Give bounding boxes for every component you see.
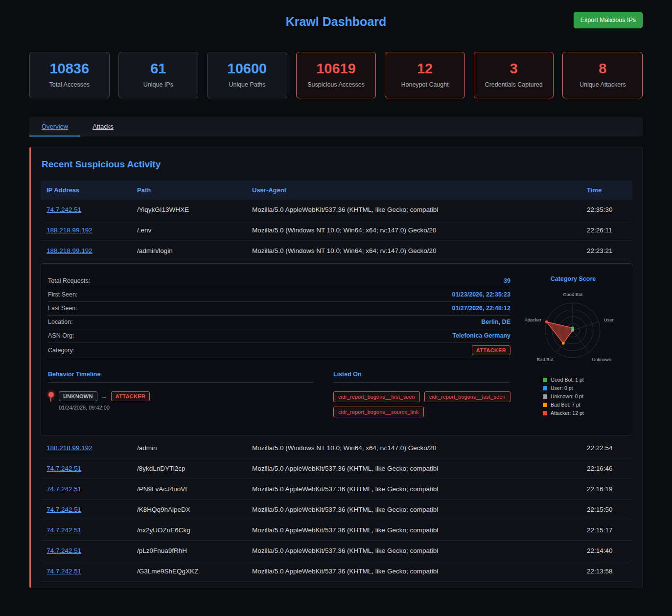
radar-chart: Good BotUserUnknownBad BotAttacker [521,285,624,369]
panel-title: Recent Suspicious Activity [42,159,631,170]
activity-table-row[interactable]: 188.218.99.192 /.env Mozilla/5.0 (Window… [41,220,632,241]
user-agent-cell: Mozilla/5.0 AppleWebKit/537.36 (KHTML, l… [246,200,581,220]
svg-text:Attacker: Attacker [524,317,541,322]
ip-link[interactable]: 188.218.99.192 [46,444,93,452]
legend-swatch-icon [543,386,547,390]
header: Krawl Dashboard Export Malicious IPs [29,11,643,36]
legend-item: Attacker: 12 pt [543,410,625,416]
tab-attacks[interactable]: Attacks [80,117,126,137]
activity-table-row[interactable]: 74.7.242.51 /pLz0Fnua9fRhH Mozilla/5.0 A… [41,541,632,561]
tab-bar: Overview Attacks [29,117,643,137]
col-header-ua: User-Agent [246,181,581,200]
ip-link[interactable]: 74.7.242.51 [46,526,81,534]
stat-label: Unique Attackers [566,81,639,88]
activity-table-head: IP Address Path User-Agent Time [41,181,632,200]
stat-card: 8 Unique Attackers [562,52,643,98]
detail-field-row: ASN Org: Telefonica Germany [48,329,510,343]
path-cell: /nx2yUOZuE6Ckg [131,520,246,541]
stat-label: Honeypot Caught [388,81,462,88]
blocklist-badge: cidr_report_bogons__first_seen [333,391,420,402]
stat-label: Unique IPs [122,81,195,88]
col-header-path: Path [131,181,246,200]
activity-table-row[interactable]: 74.7.242.51 /8ykdLnDYTi2cp Mozilla/5.0 A… [41,458,632,479]
ip-link[interactable]: 74.7.242.51 [46,568,81,575]
stat-value: 10600 [210,61,284,77]
legend-label: Bad Bot: 7 pt [551,402,580,408]
tab-overview[interactable]: Overview [29,117,80,137]
ip-link[interactable]: 74.7.242.51 [46,206,81,213]
activity-table-row[interactable]: 74.7.242.51 /PN9LvAcJ4uoVf Mozilla/5.0 A… [41,479,632,500]
detail-field-row: Last Seen: 01/27/2026, 22:48:12 [48,302,510,316]
ip-detail-card: Total Requests: 39 First Seen: 01/23/202… [41,263,632,435]
detail-field-label: Location: [48,319,73,325]
ip-link[interactable]: 74.7.242.51 [46,465,81,472]
listed-on-section: Listed On cidr_report_bogons__first_seen… [333,371,510,417]
timeline-entry: UNKNOWN → ATTACKER 01/24/2026, 09:42:00 [48,391,314,411]
legend-label: User: 0 pt [551,385,573,391]
table-header-row: IP Address Path User-Agent Time [41,181,632,200]
user-agent-cell: Mozilla/5.0 (Windows NT 10.0; Win64; x64… [246,241,581,261]
export-malicious-ips-button[interactable]: Export Malicious IPs [574,12,643,28]
user-agent-cell: Mozilla/5.0 (Windows NT 10.0; Win64; x64… [246,220,581,241]
time-cell: 22:26:11 [581,220,632,241]
activity-table-row[interactable]: 74.7.242.51 /K8HQq9hAipeDX Mozilla/5.0 A… [41,500,632,520]
category-field-row: Category: ATTACKER [48,343,510,358]
category-badge: ATTACKER [472,345,510,355]
detail-fields: Total Requests: 39 First Seen: 01/23/202… [48,274,510,343]
time-cell: 22:15:50 [581,500,632,520]
chart-title: Category Score [521,275,625,282]
time-cell: 22:22:54 [581,438,632,458]
stat-value: 8 [566,61,639,77]
activity-table-row[interactable]: 74.7.242.51 /nx2yUOZuE6Ckg Mozilla/5.0 A… [41,520,632,541]
category-score-chart: Category Score Good BotUserUnknownBad Bo… [521,274,625,418]
stat-label: Credentials Captured [477,81,551,88]
path-cell: /K8HQq9hAipeDX [131,500,246,520]
activity-table-row[interactable]: 74.7.242.51 /G3Lme9ShEQgXKZ Mozilla/5.0 … [41,561,632,582]
time-cell: 22:15:17 [581,520,632,541]
time-cell: 22:14:40 [581,541,632,561]
path-cell: /G3Lme9ShEQgXKZ [131,561,246,582]
timeline-timestamp: 01/24/2026, 09:42:00 [59,405,150,411]
ip-link[interactable]: 74.7.242.51 [46,485,81,493]
timeline-body: UNKNOWN → ATTACKER 01/24/2026, 09:42:00 [59,391,150,411]
path-cell: /YiqykGI13WHXE [131,200,246,220]
time-cell: 22:16:46 [581,458,632,479]
detail-field-label: Last Seen: [48,305,77,312]
stats-row: 10836 Total Accesses 61 Unique IPs 10600… [29,52,643,98]
timeline-from-badge: UNKNOWN [59,391,97,401]
activity-table-row[interactable]: 188.218.99.192 /admin/login Mozilla/5.0 … [41,241,632,261]
legend-item: Unknown: 0 pt [543,393,625,399]
stat-value: 12 [388,61,462,77]
user-agent-cell: Mozilla/5.0 AppleWebKit/537.36 (KHTML, l… [246,479,581,500]
blocklist-badge: cidr_report_bogons__source_link [333,407,424,417]
ip-link[interactable]: 188.218.99.192 [46,247,93,254]
time-cell: 22:35:30 [581,200,632,220]
timeline-to-badge: ATTACKER [111,391,150,401]
detail-field-value: 39 [504,277,510,284]
arrow-right-icon: → [101,393,107,400]
ip-link[interactable]: 188.218.99.192 [46,227,93,234]
stat-card: 10600 Unique Paths [207,52,287,98]
activity-table-body: 74.7.242.51 /YiqykGI13WHXE Mozilla/5.0 A… [41,200,632,582]
stat-card: 10619 Suspicious Accesses [296,52,376,98]
behavior-timeline-section: Behavior Timeline UNKNOWN → AT [48,371,314,417]
detail-field-row: First Seen: 01/23/2026, 22:35:23 [48,288,510,302]
page-title: Krawl Dashboard [29,11,643,29]
detail-columns: Behavior Timeline UNKNOWN → AT [48,371,510,417]
activity-table-row[interactable]: 74.7.242.51 /YiqykGI13WHXE Mozilla/5.0 A… [41,200,632,220]
path-cell: /.env [131,220,246,241]
stat-card: 12 Honeypot Caught [385,52,465,98]
stat-value: 10836 [33,61,106,77]
user-agent-cell: Mozilla/5.0 AppleWebKit/537.36 (KHTML, l… [246,458,581,479]
user-agent-cell: Mozilla/5.0 AppleWebKit/537.36 (KHTML, l… [246,541,581,561]
ip-link[interactable]: 74.7.242.51 [46,547,81,554]
detail-field-value: 01/23/2026, 22:35:23 [452,291,510,298]
activity-table-row[interactable]: 188.218.99.192 /admin Mozilla/5.0 (Windo… [41,438,632,458]
stat-card: 61 Unique IPs [118,52,199,98]
ip-link[interactable]: 74.7.242.51 [46,506,81,513]
stat-value: 3 [477,61,551,77]
stat-value: 10619 [300,61,373,77]
col-header-ip: IP Address [41,181,131,200]
legend-label: Attacker: 12 pt [551,410,584,416]
stat-card: 3 Credentials Captured [474,52,554,98]
